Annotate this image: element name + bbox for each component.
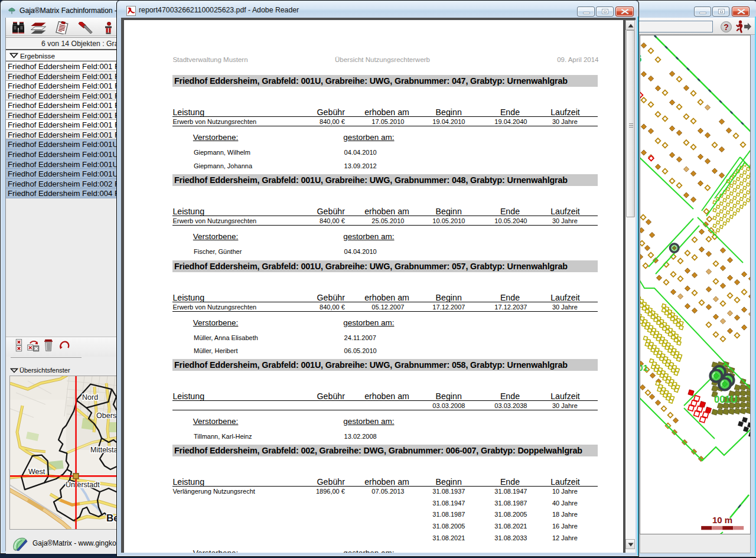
svg-text:Unterstadt: Unterstadt (66, 481, 100, 489)
svg-text:10 m: 10 m (712, 515, 732, 525)
svg-text:Nord: Nord (82, 393, 98, 402)
svg-text:West: West (28, 468, 45, 476)
svg-text:Mittelsta: Mittelsta (90, 446, 118, 454)
svg-text:001: 001 (640, 363, 648, 373)
svg-text:Oberst: Oberst (96, 412, 118, 420)
svg-text:6: 6 (640, 53, 641, 64)
svg-text:001U: 001U (714, 394, 737, 404)
